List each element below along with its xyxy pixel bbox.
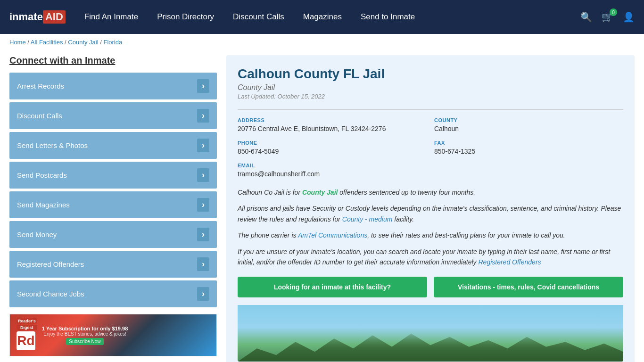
sidebar-item-discount-calls[interactable]: Discount Calls › — [9, 102, 217, 129]
nav-magazines[interactable]: Magazines — [303, 12, 342, 22]
sidebar-item-send-letters[interactable]: Send Letters & Photos › — [9, 132, 217, 159]
facility-info-grid: ADDRESS 20776 Central Ave E, Blountstown… — [238, 109, 623, 178]
amtel-link[interactable]: AmTel Communications — [298, 231, 367, 239]
chevron-right-icon: › — [197, 79, 209, 93]
sidebar-item-label: Second Chance Jobs — [17, 290, 84, 298]
ad-logo: Rd — [17, 331, 35, 350]
sidebar-item-label: Send Letters & Photos — [17, 141, 88, 149]
sidebar-item-label: Send Money — [17, 230, 57, 239]
sidebar-title: Connect with an Inmate — [9, 55, 217, 66]
chevron-right-icon: › — [197, 139, 209, 152]
fax-value: 850-674-1325 — [434, 148, 623, 155]
user-icon[interactable]: 👤 — [623, 11, 635, 23]
search-icon[interactable]: 🔍 — [580, 11, 592, 23]
phone-label: PHONE — [238, 140, 427, 146]
breadcrumb-home[interactable]: Home — [9, 39, 26, 46]
breadcrumb-county-jail[interactable]: County Jail — [68, 39, 98, 46]
ad-sub: Enjoy the BEST stories, advice & jokes! — [42, 331, 128, 337]
facility-image — [238, 305, 623, 362]
sidebar-item-send-money[interactable]: Send Money › — [9, 221, 217, 248]
nav-prison-directory[interactable]: Prison Directory — [157, 12, 214, 22]
navigation: inmateAID Find An Inmate Prison Director… — [0, 0, 644, 34]
sidebar-item-registered-offenders[interactable]: Registered Offenders › — [9, 251, 217, 278]
chevron-right-icon: › — [197, 287, 209, 301]
cart-icon[interactable]: 🛒 0 — [602, 11, 613, 23]
chevron-right-icon: › — [197, 109, 209, 123]
find-inmate-button[interactable]: Looking for an inmate at this facility? — [238, 277, 427, 297]
breadcrumb: Home / All Facilities / County Jail / Fl… — [0, 34, 644, 50]
county-jail-link[interactable]: County Jail — [302, 189, 338, 196]
advertisement[interactable]: Reader's Digest Rd 1 Year Subscription f… — [9, 314, 217, 356]
ad-text: 1 Year Subscription for only $19.98 — [42, 326, 128, 331]
facility-last-updated: Last Updated: October 15, 2022 — [238, 93, 623, 100]
facility-description: Calhoun Co Jail is for County Jail offen… — [238, 187, 623, 267]
facility-name: Calhoun County FL Jail — [238, 66, 623, 82]
desc-3: The phone carrier is AmTel Communication… — [238, 230, 623, 240]
nav-links: Find An Inmate Prison Directory Discount… — [84, 12, 580, 22]
registered-offenders-link[interactable]: Registered Offenders — [478, 258, 541, 266]
county-label: COUNTY — [434, 117, 623, 123]
county-value: Calhoun — [434, 125, 623, 132]
desc-4: If you are unsure of your inmate's locat… — [238, 247, 623, 268]
sidebar-item-second-chance-jobs[interactable]: Second Chance Jobs › — [9, 280, 217, 307]
address-value: 20776 Central Ave E, Blountstown, FL 324… — [238, 125, 427, 132]
county-medium-link[interactable]: County - medium — [342, 215, 393, 223]
email-label: EMAIL — [238, 163, 427, 168]
logo[interactable]: inmateAID — [9, 10, 66, 24]
visitations-button[interactable]: Visitations - times, rules, Covid cancel… — [434, 277, 623, 297]
breadcrumb-all-facilities[interactable]: All Facilities — [31, 39, 63, 46]
address-label: ADDRESS — [238, 117, 427, 123]
nav-send-to-inmate[interactable]: Send to Inmate — [361, 12, 415, 22]
sidebar-item-label: Registered Offenders — [17, 260, 84, 268]
phone-value: 850-674-5049 — [238, 148, 427, 155]
sidebar-item-label: Send Magazines — [17, 201, 70, 209]
sidebar-item-label: Discount Calls — [17, 112, 62, 120]
sidebar-item-send-postcards[interactable]: Send Postcards › — [9, 162, 217, 189]
chevron-right-icon: › — [197, 168, 209, 182]
sidebar: Connect with an Inmate Arrest Records › … — [9, 55, 217, 362]
facility-type: County Jail — [238, 83, 623, 92]
action-buttons: Looking for an inmate at this facility? … — [238, 277, 623, 297]
sidebar-item-label: Arrest Records — [17, 82, 64, 90]
nav-find-inmate[interactable]: Find An Inmate — [84, 12, 138, 22]
desc-2: All prisons and jails have Security or C… — [238, 203, 623, 224]
email-value: tramos@calhounsheriff.com — [238, 170, 427, 178]
fax-label: FAX — [434, 140, 623, 146]
sidebar-item-arrest-records[interactable]: Arrest Records › — [9, 73, 217, 99]
chevron-right-icon: › — [197, 228, 209, 241]
tree-silhouette — [238, 329, 623, 362]
desc-1: Calhoun Co Jail is for County Jail offen… — [238, 187, 623, 197]
breadcrumb-state[interactable]: Florida — [103, 39, 122, 46]
chevron-right-icon: › — [197, 198, 209, 212]
nav-discount-calls[interactable]: Discount Calls — [233, 12, 284, 22]
main-layout: Connect with an Inmate Arrest Records › … — [0, 50, 644, 362]
cart-badge: 0 — [610, 8, 617, 16]
sidebar-item-send-magazines[interactable]: Send Magazines › — [9, 191, 217, 218]
ad-cta[interactable]: Subscribe Now — [66, 338, 103, 345]
sidebar-item-label: Send Postcards — [17, 171, 67, 179]
facility-content: Calhoun County FL Jail County Jail Last … — [226, 55, 635, 362]
chevron-right-icon: › — [197, 257, 209, 271]
nav-right: 🔍 🛒 0 👤 — [580, 11, 635, 23]
